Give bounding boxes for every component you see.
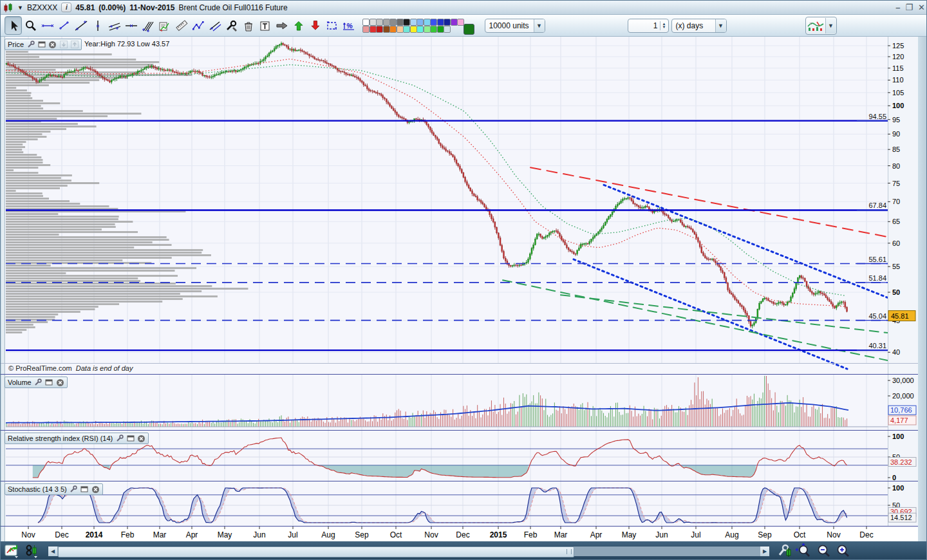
palette-swatch[interactable] [362,26,370,33]
units-caret-icon[interactable]: ▼ [534,19,545,32]
period-unit-caret-icon[interactable]: ▼ [715,19,726,32]
chart-settings-button[interactable] [776,543,793,559]
time-axis[interactable]: NovDec2014FebMarAprMayJunJulAugSepOctNov… [1,527,918,541]
tool-annotation-chart-button[interactable] [156,17,173,34]
svg-text:45.04: 45.04 [868,312,886,320]
tool-zone-rect-button[interactable] [324,17,340,34]
tool-trash-button[interactable] [240,17,256,34]
info-icon[interactable]: i [61,3,71,12]
palette-swatch[interactable] [410,19,417,26]
period-value-input[interactable]: 1 ▲▼ [628,19,669,33]
chart-type-button[interactable]: ▼ [805,17,837,35]
detach-window-icon[interactable] [45,378,53,387]
palette-swatch[interactable] [410,26,417,33]
tool-free-path-button[interactable] [190,17,206,34]
zoom-in-button[interactable] [834,543,851,559]
palette-swatch[interactable] [437,19,444,26]
close-pane-icon[interactable] [91,485,100,494]
tool-arrow-right-button[interactable] [274,17,290,34]
palette-swatch[interactable] [362,19,370,26]
zoom-fit-button[interactable] [796,543,812,559]
wrench-icon[interactable] [70,485,78,494]
palette-swatch[interactable] [444,26,451,33]
palette-swatch[interactable] [417,26,424,33]
price-axis[interactable]: 1251201151101051009590858075706560555045… [888,37,918,527]
palette-swatch[interactable] [383,26,390,33]
zoom-out-button[interactable] [815,543,832,559]
move-pane-down-icon[interactable] [59,41,68,49]
palette-swatch[interactable] [370,19,377,26]
tool-horizontal-segment-button[interactable] [39,17,55,34]
tool-trendline-button[interactable] [73,17,89,34]
stochastic-chart-canvas[interactable] [1,481,888,526]
close-button[interactable]: ✕ [918,3,925,12]
close-pane-icon[interactable] [137,434,145,443]
palette-swatch[interactable] [376,26,383,33]
svg-text:94.55: 94.55 [868,113,886,120]
arrow-up-icon [291,19,306,32]
tool-pitchfork-button[interactable] [140,17,156,34]
tool-vertical-line-button[interactable] [89,17,106,34]
palette-swatch[interactable] [424,26,431,33]
period-spinner[interactable]: ▲▼ [660,21,668,30]
palette-swatch[interactable] [424,19,431,26]
tool-tools-button[interactable] [223,17,239,34]
detach-window-icon[interactable] [37,41,46,49]
tool-zoom-button[interactable] [23,17,39,34]
tool-arrow-down-button[interactable] [307,17,323,34]
palette-swatch[interactable] [444,19,451,26]
svg-text:%: % [346,22,353,30]
palette-swatch[interactable] [403,26,410,33]
palette-swatch[interactable] [417,19,424,26]
wrench-icon[interactable] [34,378,42,387]
palette-swatch[interactable] [383,19,390,26]
units-select[interactable]: 10000 units ▼ [485,19,545,33]
tool-percent-scale-button[interactable]: % [341,17,357,34]
horizontal-scrollbar[interactable]: ◀ ▶ [48,546,770,557]
time-axis-label: Mar [153,530,167,539]
display-orders-button[interactable] [23,543,40,559]
current-color-swatch[interactable] [464,24,474,35]
palette-swatch[interactable] [397,26,404,33]
scroll-right-icon[interactable]: ▶ [760,546,769,556]
palette-swatch[interactable] [430,26,437,33]
price-chart-canvas[interactable]: 94.5567.8440.3155.6151.8445.04 [1,37,888,374]
time-axis-label: 2015 [490,530,507,539]
chart-type-caret-icon[interactable]: ▼ [825,18,836,33]
svg-text:75: 75 [892,180,900,187]
palette-swatch[interactable] [451,19,458,26]
restore-button[interactable]: ❐ [905,3,913,12]
tool-horizontal-line-button[interactable] [123,17,139,34]
scroll-left-icon[interactable]: ◀ [48,546,57,556]
palette-swatch[interactable] [389,26,397,33]
detach-window-icon[interactable] [80,485,89,494]
wrench-icon[interactable] [115,434,124,443]
tool-arrow-up-button[interactable] [290,17,306,34]
tool-extended-line-button[interactable] [56,17,72,34]
tool-pointer-button[interactable] [5,16,22,35]
annotation-chart-icon [157,19,173,32]
palette-swatch[interactable] [397,19,404,26]
palette-swatch[interactable] [403,19,410,26]
palette-swatch[interactable] [376,19,383,26]
palette-swatch[interactable] [430,19,437,26]
palette-swatch[interactable] [437,26,444,33]
wrench-icon[interactable] [26,41,35,49]
tool-parallel-line-button[interactable] [207,17,223,34]
volume-chart-canvas[interactable] [1,375,888,430]
tool-text-button[interactable] [257,17,273,34]
palette-swatch[interactable] [370,26,377,33]
publish-chart-button[interactable] [4,543,21,559]
move-pane-up-icon[interactable] [70,41,79,49]
period-unit-select[interactable]: (x) days ▼ [671,19,727,33]
close-pane-icon[interactable] [56,378,64,387]
tool-channel-button[interactable] [106,17,122,34]
detach-window-icon[interactable] [126,434,135,443]
scrollbar-thumb[interactable] [58,546,574,557]
palette-swatch[interactable] [389,19,397,26]
time-axis-label: Jun [253,530,265,539]
minimize-button[interactable]: – [895,3,900,12]
symbol-dropdown-caret[interactable]: ▼ [17,5,23,11]
close-pane-icon[interactable] [48,41,57,49]
tool-ruler-button[interactable] [173,17,189,34]
